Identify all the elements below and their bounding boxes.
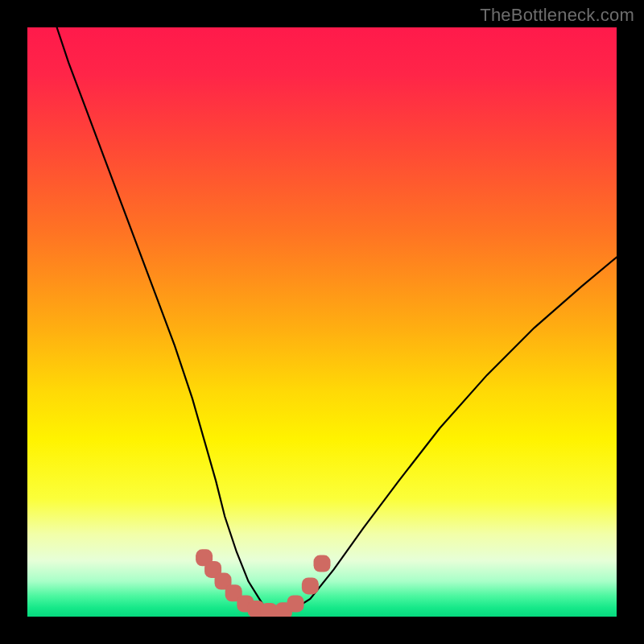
marker-point: [261, 603, 278, 617]
marker-point: [302, 577, 319, 594]
marker-point: [287, 595, 304, 612]
chart-svg: [27, 27, 617, 617]
watermark-text: TheBottleneck.com: [480, 5, 634, 26]
marker-point: [314, 555, 331, 572]
gradient-background: [27, 27, 617, 617]
plot-area: [27, 27, 617, 617]
chart-frame: TheBottleneck.com: [0, 0, 644, 644]
